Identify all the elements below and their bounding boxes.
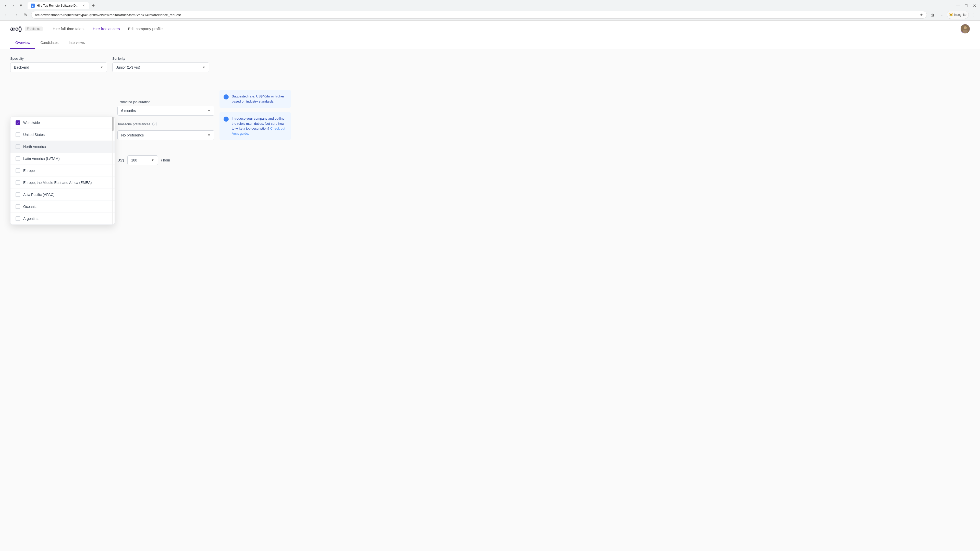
dropdown-item-latam[interactable]: Latin America (LATAM) <box>11 153 115 165</box>
dropdown-item-apac[interactable]: Asia Pacific (APAC) <box>11 189 115 201</box>
dropdown-item-united-states[interactable]: United States <box>11 129 115 141</box>
active-tab[interactable]: a Hire Top Remote Software Dev... ✕ <box>27 2 89 9</box>
company-intro-card: i Introduce your company and outline the… <box>220 112 291 140</box>
specialty-value: Back-end <box>14 65 29 69</box>
nav-edit-company[interactable]: Edit company profile <box>128 25 162 32</box>
tab-nav-prev[interactable]: ‹ <box>2 2 9 9</box>
tab-bar: ‹ › ▼ a Hire Top Remote Software Dev... … <box>0 0 980 9</box>
dropdown-scroll-container[interactable]: Worldwide United States North America La… <box>11 117 115 224</box>
avatar[interactable] <box>961 24 970 33</box>
dropdown-item-north-america[interactable]: North America <box>11 141 115 153</box>
dropdown-item-oceania[interactable]: Oceania <box>11 201 115 213</box>
tab-dropdown[interactable]: ▼ <box>18 2 24 9</box>
tab-nav-next[interactable]: › <box>10 2 17 9</box>
dropdown-label-apac: Asia Pacific (APAC) <box>23 192 55 197</box>
job-duration-select[interactable]: 6 months ▼ <box>118 106 215 116</box>
dropdown-label-latam: Latin America (LATAM) <box>23 157 60 161</box>
seniority-chevron-icon: ▼ <box>202 65 205 69</box>
minimize-button[interactable]: — <box>955 2 962 9</box>
page-tabs: Overview Candidates Interviews <box>0 37 980 49</box>
dropdown-label-argentina: Argentina <box>23 217 38 221</box>
rate-select[interactable]: 180 ▼ <box>127 156 158 165</box>
tab-close-button[interactable]: ✕ <box>82 3 86 8</box>
dropdown-scrollbar[interactable] <box>111 117 114 224</box>
rate-suggestion-text: Suggested rate: US$40/hr or higher based… <box>232 94 287 104</box>
seniority-value: Junior (1-3 yrs) <box>116 65 140 69</box>
tab-interviews[interactable]: Interviews <box>64 37 90 49</box>
rate-currency-label: US$ <box>118 158 124 162</box>
logo[interactable]: arc() <box>10 25 22 32</box>
checkbox-oceania[interactable] <box>16 204 20 209</box>
company-intro-text: Introduce your company and outline the r… <box>232 116 287 136</box>
company-intro-icon: i <box>224 117 229 122</box>
rate-chevron-icon: ▼ <box>151 159 154 162</box>
url-bar[interactable]: arc.dev/dashboard/requests/kdyp4k9q28/ov… <box>31 11 927 19</box>
rate-section: US$ 180 ▼ / hour <box>118 156 215 165</box>
timezone-select[interactable]: No preference ▼ <box>118 130 215 140</box>
timezone-value: No preference <box>121 133 144 137</box>
nav-hire-freelancers[interactable]: Hire freelancers <box>93 25 120 32</box>
bookmark-icon[interactable]: ★ <box>920 13 923 17</box>
checkbox-united-states[interactable] <box>16 132 20 137</box>
right-form-fields: Estimated job duration 6 months ▼ Timezo… <box>118 100 215 165</box>
seniority-select[interactable]: Junior (1-3 yrs) ▼ <box>112 62 209 72</box>
seniority-group: Seniority Junior (1-3 yrs) ▼ <box>112 57 209 72</box>
rate-suggestion-icon: i <box>224 94 229 100</box>
dropdown-label-emea: Europe, the Middle East and Africa (EMEA… <box>23 181 92 185</box>
scrollbar-track <box>112 117 113 224</box>
dropdown-item-argentina[interactable]: Argentina <box>11 213 115 224</box>
scrollbar-thumb[interactable] <box>112 117 114 131</box>
checkbox-argentina[interactable] <box>16 216 20 221</box>
rate-unit-label: / hour <box>161 158 170 162</box>
timezone-group: Timezone preferences ? No preference ▼ <box>118 122 215 140</box>
region-dropdown: Worldwide United States North America La… <box>10 117 115 225</box>
incognito-icon: 😿 <box>949 13 953 17</box>
checkbox-europe[interactable] <box>16 168 20 173</box>
logo-subtitle: Freelance <box>25 27 42 31</box>
refresh-button[interactable]: ↻ <box>21 11 30 19</box>
rate-suggestion-card: i Suggested rate: US$40/hr or higher bas… <box>220 90 291 108</box>
job-duration-chevron-icon: ▼ <box>207 109 210 113</box>
checkbox-apac[interactable] <box>16 192 20 197</box>
specialty-chevron-icon: ▼ <box>100 65 103 69</box>
header-nav: Hire full-time talent Hire freelancers E… <box>53 25 961 32</box>
url-text: arc.dev/dashboard/requests/kdyp4k9q28/ov… <box>35 13 918 17</box>
svg-point-1 <box>964 26 967 29</box>
tab-candidates[interactable]: Candidates <box>35 37 64 49</box>
incognito-badge: 😿 Incognito <box>947 11 969 19</box>
timezone-chevron-icon: ▼ <box>207 133 210 137</box>
checkbox-emea[interactable] <box>16 180 20 185</box>
close-button[interactable]: ✕ <box>971 2 978 9</box>
checkbox-worldwide[interactable] <box>16 121 20 125</box>
address-bar: ← → ↻ arc.dev/dashboard/requests/kdyp4k9… <box>0 9 980 21</box>
tab-overview[interactable]: Overview <box>10 37 35 49</box>
main-content: Specialty Back-end ▼ Seniority Junior (1… <box>0 49 980 551</box>
dropdown-item-emea[interactable]: Europe, the Middle East and Africa (EMEA… <box>11 177 115 189</box>
downloads-button[interactable]: ↓ <box>938 11 946 19</box>
maximize-button[interactable]: □ <box>963 2 970 9</box>
dropdown-item-worldwide[interactable]: Worldwide <box>11 117 115 129</box>
specialty-select[interactable]: Back-end ▼ <box>10 62 107 72</box>
specialty-seniority-row: Specialty Back-end ▼ Seniority Junior (1… <box>10 57 209 72</box>
app-header: arc() Freelance Hire full-time talent Hi… <box>0 21 980 37</box>
logo-area: arc() Freelance <box>10 25 43 32</box>
incognito-label: Incognito <box>954 13 966 17</box>
dropdown-label-europe: Europe <box>23 168 35 173</box>
url-icons: ★ <box>920 13 923 17</box>
dropdown-item-europe[interactable]: Europe <box>11 165 115 177</box>
extensions-button[interactable]: ◑ <box>928 11 937 19</box>
checkbox-north-america[interactable] <box>16 144 20 149</box>
timezone-info-icon[interactable]: ? <box>152 122 157 126</box>
form-section: Specialty Back-end ▼ Seniority Junior (1… <box>10 57 209 546</box>
new-tab-button[interactable]: + <box>90 2 97 9</box>
forward-button[interactable]: → <box>12 11 20 19</box>
specialty-group: Specialty Back-end ▼ <box>10 57 107 72</box>
info-sidebar: i Suggested rate: US$40/hr or higher bas… <box>220 90 291 546</box>
back-button[interactable]: ← <box>2 11 10 19</box>
tab-favicon: a <box>30 3 35 8</box>
job-duration-label: Estimated job duration <box>118 100 215 104</box>
nav-hire-fulltime[interactable]: Hire full-time talent <box>53 25 85 32</box>
timezone-label: Timezone preferences <box>118 122 150 126</box>
menu-button[interactable]: ⋮ <box>970 11 978 19</box>
checkbox-latam[interactable] <box>16 156 20 161</box>
